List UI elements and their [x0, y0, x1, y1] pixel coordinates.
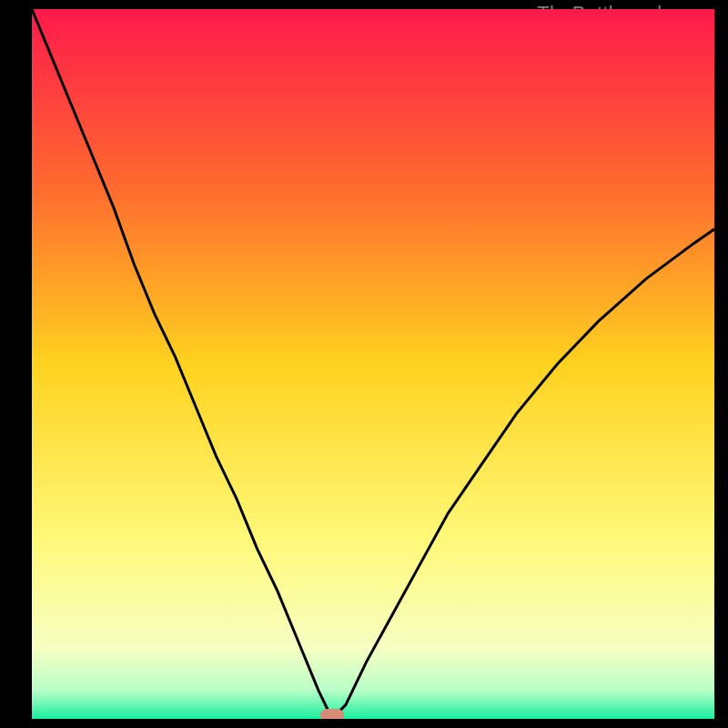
- plot-area: [32, 9, 714, 719]
- gradient-background: [32, 9, 714, 719]
- chart-frame: TheBottleneck.com: [0, 0, 728, 728]
- bottleneck-chart: [32, 9, 714, 719]
- optimal-point-marker: [320, 709, 344, 719]
